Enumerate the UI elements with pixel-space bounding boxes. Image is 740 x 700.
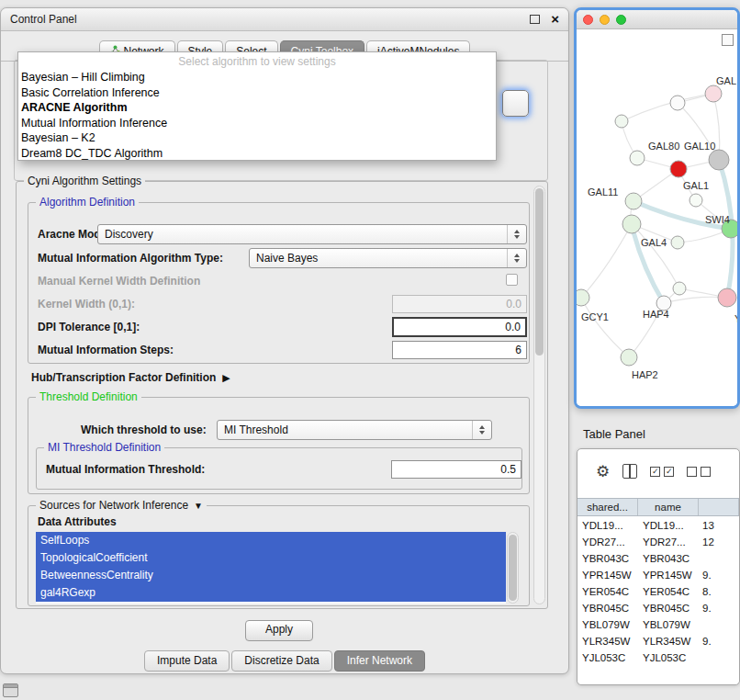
checked-box-icon: ✓: [664, 467, 674, 477]
which-threshold-select[interactable]: MI Threshold: [217, 420, 492, 440]
network-overview-toggle[interactable]: [722, 34, 734, 46]
table-row[interactable]: YBR045CYBR045C9.: [577, 600, 739, 616]
table-cell: YLR345W: [577, 636, 638, 647]
algorithm-option-aracne-algorithm[interactable]: ARACNE Algorithm: [18, 100, 496, 116]
float-window-icon[interactable]: [530, 15, 540, 24]
sources-group-header[interactable]: Sources for Network Inference ▼: [36, 499, 207, 513]
dropdown-prompt: Select algorithm to view settings: [18, 54, 496, 70]
mi-type-label: Mutual Information Algorithm Type:: [38, 252, 223, 265]
network-node[interactable]: [673, 282, 686, 295]
bottom-tab-discretize-data[interactable]: Discretize Data: [231, 650, 331, 672]
dpi-tolerance-field[interactable]: [392, 317, 527, 337]
algorithm-option-dream8-dc-tdc-algorithm[interactable]: Dream8 DC_TDC Algorithm: [18, 146, 496, 162]
attribute-item-betweennesscentrality[interactable]: BetweennessCentrality: [36, 567, 506, 584]
algorithm-option-mutual-information-inference[interactable]: Mutual Information Inference: [18, 116, 496, 131]
table-row[interactable]: YDL19...YDL19...13: [577, 517, 739, 534]
table-row[interactable]: YDR27...YDR27...12: [577, 534, 739, 550]
network-edge[interactable]: [581, 224, 632, 298]
table-cell: YBL079W: [638, 619, 699, 630]
network-node[interactable]: [709, 150, 729, 170]
table-header-cell[interactable]: shared...: [577, 499, 638, 515]
network-edge[interactable]: [581, 298, 629, 357]
attribute-item-topologicalcoefficient[interactable]: TopologicalCoefficient: [36, 549, 506, 567]
network-node[interactable]: [622, 215, 641, 233]
control-panel-titlebar[interactable]: Control Panel ×: [1, 8, 568, 31]
threshold-definition-group: Threshold Definition Which threshold to …: [28, 397, 530, 494]
network-node[interactable]: [577, 289, 589, 306]
table-row[interactable]: YPR145WYPR145W9.: [577, 567, 739, 583]
table-header-cell[interactable]: [699, 499, 739, 515]
network-node[interactable]: [615, 115, 628, 128]
kernel-width-field[interactable]: [392, 295, 527, 313]
network-node[interactable]: [630, 151, 645, 165]
table-row[interactable]: YLR345WYLR345W9.: [577, 633, 739, 649]
algorithm-option-basic-correlation-inference[interactable]: Basic Correlation Inference: [18, 85, 496, 101]
algorithm-definition-group: Algorithm Definition Aracne Mode: Discov…: [28, 202, 530, 364]
network-node[interactable]: [670, 96, 685, 110]
network-node[interactable]: [625, 193, 642, 209]
network-edge[interactable]: [622, 94, 713, 121]
panel-focused-button[interactable]: [502, 90, 529, 117]
network-node[interactable]: [690, 194, 702, 207]
network-canvas[interactable]: GALGAL80GAL10GAL11GAL1SWI4GAL4GCY1HAP4HA…: [577, 29, 737, 407]
unchecked-box-icon: [701, 467, 711, 477]
close-traffic-light[interactable]: [583, 15, 593, 25]
network-edge[interactable]: [632, 224, 664, 303]
network-graph: GALGAL80GAL10GAL11GAL1SWI4GAL4GCY1HAP4HA…: [577, 29, 740, 407]
table-row[interactable]: YBR043CYBR043C: [577, 550, 739, 567]
table-cell: 12: [699, 536, 739, 548]
minimize-traffic-light[interactable]: [600, 15, 610, 25]
table-cell: YBL079W: [577, 619, 638, 630]
network-node-label: SWI4: [705, 214, 730, 225]
attributes-scrollbar-thumb[interactable]: [509, 535, 517, 601]
algorithm-option-bayesian-k2[interactable]: Bayesian – K2: [18, 130, 496, 146]
table-cell: YBR045C: [638, 603, 699, 614]
mi-steps-field[interactable]: [392, 341, 527, 359]
network-node-label: GAL80: [648, 141, 679, 152]
bottom-tab-infer-network[interactable]: Infer Network: [334, 650, 425, 672]
mi-threshold-field[interactable]: [391, 460, 521, 479]
network-node[interactable]: [718, 288, 736, 307]
algorithm-option-bayesian-hill-climbing[interactable]: Bayesian – Hill Climbing: [18, 70, 496, 85]
attribute-item-gal4rgexp[interactable]: gal4RGexp: [36, 584, 506, 602]
show-checked-columns-button[interactable]: ✓ ✓: [650, 467, 674, 477]
apply-button[interactable]: Apply: [245, 620, 313, 641]
network-node[interactable]: [671, 236, 684, 249]
settings-scrollbar-thumb[interactable]: [535, 188, 544, 356]
attributes-scrollbar[interactable]: [507, 532, 519, 604]
table-cell: 13: [699, 520, 739, 531]
network-node[interactable]: [670, 161, 687, 177]
aracne-mode-select[interactable]: Discovery: [97, 224, 527, 244]
algorithm-definition-title: Algorithm Definition: [36, 196, 139, 209]
table-header-cell[interactable]: name: [638, 499, 699, 515]
algorithm-dropdown-list: Select algorithm to view settings Bayesi…: [17, 51, 497, 161]
table-cell: YER054C: [638, 586, 699, 597]
manual-kernel-checkbox[interactable]: [506, 274, 518, 286]
table-row[interactable]: YJL053CYJL053C: [577, 649, 739, 666]
table-row[interactable]: YER054CYER054C8.: [577, 583, 739, 600]
columns-icon[interactable]: [622, 464, 637, 479]
mi-type-select[interactable]: Naive Bayes: [249, 248, 527, 268]
control-panel-window: Control Panel × NetworkStyleSelectCyni T…: [0, 7, 569, 674]
which-threshold-value: MI Threshold: [218, 423, 472, 436]
hide-columns-button[interactable]: [687, 467, 711, 477]
data-attributes-label: Data Attributes: [38, 515, 117, 528]
network-node[interactable]: [705, 85, 722, 102]
unchecked-box-icon: [687, 467, 697, 477]
bottom-tab-impute-data[interactable]: Impute Data: [144, 650, 230, 672]
table-row[interactable]: YBL079WYBL079W: [577, 616, 739, 633]
hub-definition-toggle[interactable]: Hub/Transcription Factor Definition ▶: [31, 369, 230, 386]
close-icon[interactable]: ×: [551, 13, 559, 26]
network-node[interactable]: [621, 349, 637, 366]
zoom-traffic-light[interactable]: [616, 15, 626, 25]
settings-scrollbar[interactable]: [533, 186, 545, 604]
network-node-label: GAL1: [683, 180, 709, 191]
kernel-width-label: Kernel Width (0,1):: [38, 298, 135, 310]
table-cell: YBR043C: [638, 553, 699, 564]
table-cell: YPR145W: [638, 570, 699, 581]
network-window-titlebar[interactable]: [577, 10, 737, 29]
attribute-item-selfloops[interactable]: SelfLoops: [36, 532, 506, 549]
minimized-window-icon[interactable]: [3, 683, 18, 697]
sources-group-title: Sources for Network Inference: [39, 499, 188, 513]
gear-icon[interactable]: ⚙: [596, 464, 610, 480]
